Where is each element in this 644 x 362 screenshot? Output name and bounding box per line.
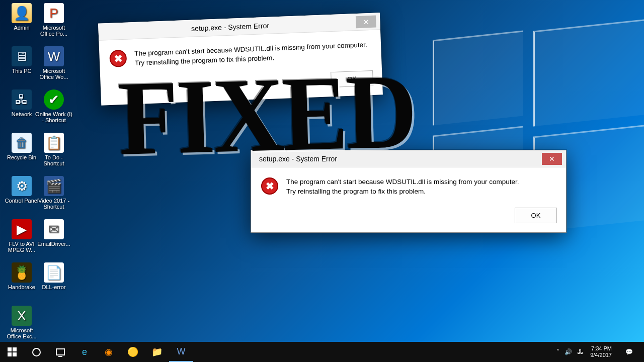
ok-button[interactable]: OK [515, 208, 557, 223]
dialog-titlebar[interactable]: setup.exe - System Error ✕ [251, 150, 566, 167]
taskbar-app-word[interactable]: W [169, 342, 193, 362]
tray-volume-icon[interactable]: 🔊 [565, 348, 572, 355]
taskbar-clock[interactable]: 7:34 PM 9/4/2017 [588, 345, 614, 358]
desktop-icon-online-work[interactable]: ✔Online Work (I) - Shortcut [35, 89, 72, 123]
icon-label: This PC [12, 68, 31, 74]
close-button[interactable]: ✕ [542, 153, 562, 165]
icon-label: Network [12, 111, 32, 117]
start-button[interactable] [0, 342, 24, 362]
error-icon: ✖ [109, 50, 127, 67]
icon-label: Admin [14, 25, 29, 31]
taskbar-app-edge[interactable]: e [72, 342, 97, 362]
desktop-icon-this-pc[interactable]: 🖥This PC [3, 46, 40, 74]
icon-label: Video 2017 - Shortcut [38, 198, 69, 210]
desktop-icon-control-panel[interactable]: ⚙Control Panel [3, 176, 40, 204]
cortana-button[interactable] [24, 342, 48, 362]
dialog-message: The program can't start because WDSUTIL.… [286, 177, 528, 197]
icon-label: FLV to AVI MPEG W... [8, 241, 35, 253]
tray-chevron-icon[interactable]: ˄ [556, 348, 559, 355]
icon-label: Recycle Bin [7, 154, 36, 160]
desktop-icon-admin[interactable]: 👤Admin [3, 3, 40, 31]
icon-label: Handbrake [8, 284, 35, 290]
taskbar-app-firefox[interactable]: ◉ [97, 342, 121, 362]
icon-label: DLL-error [42, 284, 65, 290]
taskbar: e ◉ 🟡 📁 W ˄ 🔊 🖧 7:34 PM 9/4/2017 💬 [0, 342, 644, 362]
desktop-icon-recycle-bin[interactable]: 🗑Recycle Bin [3, 133, 40, 160]
clock-time: 7:34 PM [590, 345, 612, 352]
dialog-title: setup.exe - System Error [257, 155, 542, 163]
icon-label: Microsoft Office Po... [40, 25, 67, 37]
taskbar-app-chrome[interactable]: 🟡 [121, 342, 145, 362]
desktop-icon-handbrake[interactable]: 🍍Handbrake [3, 262, 40, 290]
error-dialog-front: setup.exe - System Error ✕ ✖ The program… [251, 150, 567, 233]
desktop-icon-emaildriver[interactable]: ✉EmailDriver... [35, 219, 72, 247]
ok-button[interactable]: OK [331, 70, 373, 87]
icon-label: Control Panel [5, 198, 39, 204]
icon-label: Online Work (I) - Shortcut [35, 111, 72, 123]
desktop-icon-dll-error[interactable]: 📄DLL-error [35, 262, 72, 290]
clock-date: 9/4/2017 [590, 352, 612, 358]
icon-label: EmailDriver... [37, 241, 70, 247]
desktop-icon-todo[interactable]: 📋To Do - Shortcut [35, 133, 72, 166]
dialog-message: The program can't start because WDSUTIL.… [134, 40, 371, 68]
taskbar-app-explorer[interactable]: 📁 [145, 342, 169, 362]
close-button[interactable]: ✕ [356, 15, 376, 28]
icon-label: To Do - Shortcut [44, 154, 64, 166]
desktop-icon-video-2017[interactable]: 🎬Video 2017 - Shortcut [35, 176, 72, 210]
desktop-icon-excel[interactable]: XMicrosoft Office Exc... [3, 306, 40, 339]
icon-label: Microsoft Office Exc... [7, 327, 36, 339]
system-tray: ˄ 🔊 🖧 7:34 PM 9/4/2017 💬 [551, 342, 644, 362]
desktop-icon-network[interactable]: 🖧Network [3, 89, 40, 117]
desktop-icon-powerpoint[interactable]: PMicrosoft Office Po... [35, 3, 72, 37]
error-icon: ✖ [261, 177, 278, 195]
error-dialog-back: setup.exe - System Error ✕ ✖ The program… [98, 13, 383, 105]
task-view-button[interactable] [48, 342, 72, 362]
desktop-icon-flv-converter[interactable]: ▶FLV to AVI MPEG W... [3, 219, 40, 253]
tray-network-icon[interactable]: 🖧 [577, 348, 583, 355]
icon-label: Microsoft Office Wo... [39, 68, 68, 80]
action-center-button[interactable]: 💬 [619, 342, 639, 362]
desktop-icon-word[interactable]: WMicrosoft Office Wo... [35, 46, 72, 80]
